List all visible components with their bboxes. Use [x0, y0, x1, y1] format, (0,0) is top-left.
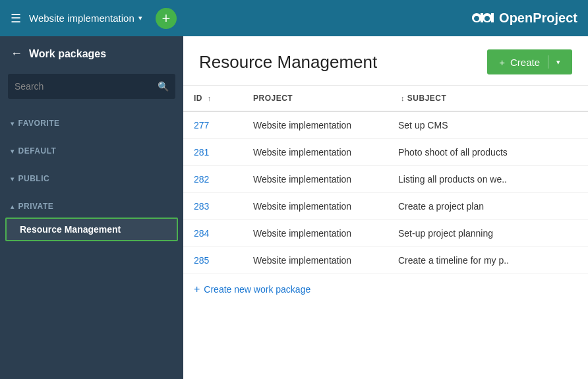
row-subject: Set-up project planning — [388, 220, 588, 247]
create-work-package-label: Create new work package — [204, 284, 310, 295]
sidebar-section-favorite: ▾ FAVORITE — [0, 109, 183, 137]
table-header: ID ↑ PROJECT ↕ SUBJECT — [183, 86, 588, 111]
column-project[interactable]: PROJECT — [243, 86, 388, 111]
table-row: 283 Website implementation Create a proj… — [183, 193, 588, 220]
back-arrow-icon[interactable]: ← — [11, 47, 22, 61]
row-id[interactable]: 281 — [183, 139, 243, 166]
navbar: ☰ Website implementation ▾ + OpenProject — [0, 0, 588, 36]
table-row: 285 Website implementation Create a time… — [183, 247, 588, 274]
sidebar-section-public: ▾ PUBLIC — [0, 165, 183, 192]
project-chevron-icon: ▾ — [138, 14, 142, 22]
project-selector[interactable]: Website implementation ▾ — [29, 13, 142, 24]
row-project: Website implementation — [243, 166, 388, 193]
row-id[interactable]: 282 — [183, 166, 243, 193]
favorite-label: FAVORITE — [18, 119, 60, 128]
create-label: Create — [510, 57, 540, 68]
table-header-row: ID ↑ PROJECT ↕ SUBJECT — [183, 86, 588, 111]
row-project: Website implementation — [243, 220, 388, 247]
sidebar-favorite-header[interactable]: ▾ FAVORITE — [0, 113, 183, 133]
search-input[interactable] — [15, 81, 158, 92]
add-button[interactable]: + — [156, 8, 177, 29]
work-packages-table-container: ID ↑ PROJECT ↕ SUBJECT 277 We — [183, 86, 588, 379]
sidebar-item-resource-management[interactable]: Resource Management — [5, 218, 178, 241]
favorite-chevron-icon: ▾ — [11, 120, 15, 127]
create-wp-plus-icon: + — [194, 283, 200, 295]
column-subject[interactable]: ↕ SUBJECT — [388, 86, 588, 111]
content-area: Resource Management + Create ▾ ID ↑ — [183, 36, 588, 379]
row-subject: Photo shoot of all products — [388, 139, 588, 166]
table-row: 282 Website implementation Listing all p… — [183, 166, 588, 193]
sidebar: ← Work packages 🔍 ▾ FAVORITE ▾ DEFAULT ▾ — [0, 36, 183, 379]
project-name: Website implementation — [29, 13, 134, 24]
navbar-left: ☰ Website implementation ▾ + — [11, 8, 177, 29]
create-button-group: + Create ▾ — [487, 49, 572, 74]
public-chevron-icon: ▾ — [11, 175, 15, 183]
create-chevron-icon: ▾ — [556, 58, 560, 67]
row-id[interactable]: 283 — [183, 193, 243, 220]
id-column-label: ID — [194, 94, 202, 103]
hamburger-icon[interactable]: ☰ — [11, 11, 21, 26]
create-work-package-link[interactable]: + Create new work package — [183, 274, 588, 305]
create-button[interactable]: + Create ▾ — [487, 49, 572, 74]
sidebar-header: ← Work packages — [0, 36, 183, 71]
create-btn-divider — [548, 55, 548, 69]
sidebar-section-default: ▾ DEFAULT — [0, 137, 183, 165]
table-body: 277 Website implementation Set up CMS 28… — [183, 111, 588, 274]
public-label: PUBLIC — [18, 174, 50, 183]
default-label: DEFAULT — [18, 146, 57, 156]
op-logo-icon — [471, 11, 495, 26]
row-subject: Create a timeline for my p.. — [388, 247, 588, 274]
subject-sort-icon: ↕ — [401, 94, 405, 102]
column-id[interactable]: ID ↑ — [183, 86, 243, 111]
logo-text: OpenProject — [499, 11, 577, 26]
row-project: Website implementation — [243, 247, 388, 274]
project-column-label: PROJECT — [253, 94, 293, 103]
table-row: 281 Website implementation Photo shoot o… — [183, 139, 588, 166]
sidebar-section-private: ▴ PRIVATE Resource Management — [0, 192, 183, 247]
work-packages-table: ID ↑ PROJECT ↕ SUBJECT 277 We — [183, 86, 588, 274]
search-box[interactable]: 🔍 — [8, 74, 175, 99]
row-project: Website implementation — [243, 111, 388, 139]
sidebar-private-header[interactable]: ▴ PRIVATE — [0, 196, 183, 216]
content-header: Resource Management + Create ▾ — [183, 36, 588, 86]
row-id[interactable]: 285 — [183, 247, 243, 274]
row-subject: Set up CMS — [388, 111, 588, 139]
table-row: 284 Website implementation Set-up projec… — [183, 220, 588, 247]
default-chevron-icon: ▾ — [11, 148, 15, 155]
sidebar-default-header[interactable]: ▾ DEFAULT — [0, 141, 183, 161]
create-plus-icon: + — [499, 57, 505, 68]
sidebar-title: Work packages — [29, 48, 106, 60]
search-icon: 🔍 — [158, 81, 169, 92]
page-title: Resource Management — [199, 52, 377, 73]
sidebar-public-header[interactable]: ▾ PUBLIC — [0, 169, 183, 189]
main-container: ← Work packages 🔍 ▾ FAVORITE ▾ DEFAULT ▾ — [0, 36, 588, 379]
subject-column-label: SUBJECT — [407, 94, 447, 103]
row-project: Website implementation — [243, 193, 388, 220]
row-id[interactable]: 277 — [183, 111, 243, 139]
row-project: Website implementation — [243, 139, 388, 166]
resource-management-label: Resource Management — [20, 224, 121, 235]
row-subject: Listing all products on we.. — [388, 166, 588, 193]
table-row: 277 Website implementation Set up CMS — [183, 111, 588, 139]
navbar-right: OpenProject — [471, 11, 577, 26]
openproject-logo: OpenProject — [471, 11, 577, 26]
row-subject: Create a project plan — [388, 193, 588, 220]
row-id[interactable]: 284 — [183, 220, 243, 247]
private-chevron-icon: ▴ — [11, 203, 15, 210]
id-sort-icon: ↑ — [208, 94, 212, 102]
private-label: PRIVATE — [18, 202, 54, 211]
